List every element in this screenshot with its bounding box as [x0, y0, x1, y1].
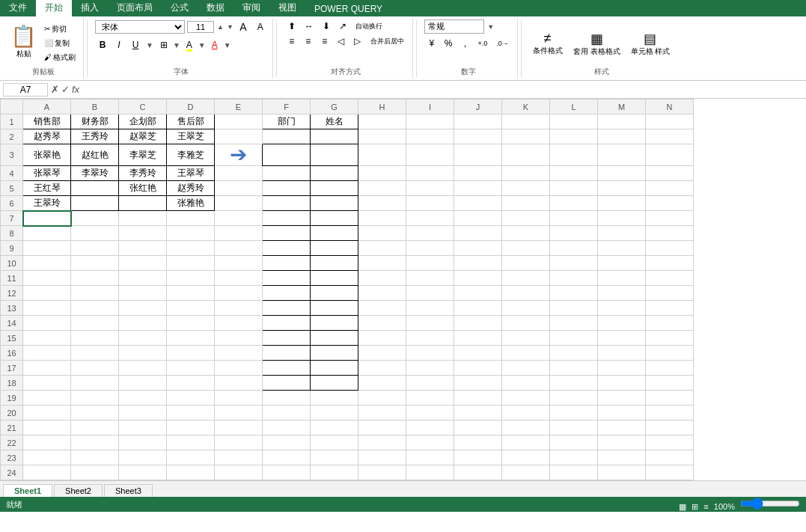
- cell-C21[interactable]: [119, 421, 167, 435]
- align-bottom-button[interactable]: ⬇: [319, 19, 334, 33]
- cell-L12[interactable]: [550, 286, 598, 301]
- cell-G24[interactable]: [311, 465, 358, 480]
- cell-F20[interactable]: [263, 406, 311, 421]
- cell-F4[interactable]: [263, 166, 311, 181]
- cell-L17[interactable]: [550, 361, 598, 376]
- cell-G18[interactable]: [311, 376, 358, 391]
- cell-I2[interactable]: [406, 129, 454, 144]
- cell-B13[interactable]: [71, 301, 119, 316]
- cell-D12[interactable]: [167, 286, 215, 301]
- cell-E11[interactable]: [215, 271, 263, 286]
- cell-G4[interactable]: [311, 166, 358, 181]
- cell-A15[interactable]: [23, 331, 71, 346]
- font-color-button[interactable]: A: [207, 38, 222, 52]
- cell-J23[interactable]: [454, 450, 502, 465]
- currency-button[interactable]: ¥: [424, 37, 439, 50]
- cell-F22[interactable]: [263, 435, 311, 450]
- cell-C20[interactable]: [119, 406, 167, 421]
- cell-J22[interactable]: [454, 435, 502, 450]
- page-break-view-button[interactable]: ≡: [703, 502, 708, 511]
- cell-L21[interactable]: [550, 421, 598, 435]
- cell-E2[interactable]: [215, 129, 263, 144]
- conditional-format-button[interactable]: ≠ 条件格式: [529, 28, 567, 58]
- border-button[interactable]: ⊞: [156, 38, 171, 52]
- cell-B4[interactable]: 李翠玲: [71, 166, 119, 181]
- cell-B9[interactable]: [71, 241, 119, 256]
- cell-A17[interactable]: [23, 361, 71, 376]
- cell-J17[interactable]: [454, 361, 502, 376]
- cell-J9[interactable]: [454, 241, 502, 256]
- cell-E10[interactable]: [215, 256, 263, 271]
- cell-K6[interactable]: [502, 196, 550, 211]
- fill-color-button[interactable]: A: [182, 38, 197, 52]
- font-size-up-icon[interactable]: ▲: [217, 23, 224, 31]
- cell-K23[interactable]: [502, 450, 550, 465]
- cell-H1[interactable]: [358, 114, 406, 129]
- cell-N12[interactable]: [646, 286, 694, 301]
- row-num-13[interactable]: 13: [1, 301, 23, 316]
- cell-B14[interactable]: [71, 316, 119, 331]
- cell-F23[interactable]: [263, 450, 311, 465]
- cell-I10[interactable]: [406, 256, 454, 271]
- cell-N24[interactable]: [646, 465, 694, 480]
- cell-F19[interactable]: [263, 391, 311, 406]
- cell-E14[interactable]: [215, 316, 263, 331]
- cell-L24[interactable]: [550, 465, 598, 480]
- font-size-down-icon[interactable]: ▼: [227, 23, 233, 31]
- tab-power-query[interactable]: POWER QUERY: [305, 1, 391, 16]
- cell-N23[interactable]: [646, 450, 694, 465]
- cell-N14[interactable]: [646, 316, 694, 331]
- cell-G16[interactable]: [311, 346, 358, 361]
- cell-H22[interactable]: [358, 435, 406, 450]
- align-top-button[interactable]: ⬆: [284, 19, 299, 33]
- cell-D7[interactable]: [167, 211, 215, 226]
- cell-D3[interactable]: 李雅芝: [167, 144, 215, 166]
- cell-C19[interactable]: [119, 391, 167, 406]
- cell-F10[interactable]: [263, 256, 311, 271]
- cell-N15[interactable]: [646, 331, 694, 346]
- cell-K18[interactable]: [502, 376, 550, 391]
- cell-G19[interactable]: [311, 391, 358, 406]
- cell-G5[interactable]: [311, 181, 358, 196]
- cell-E16[interactable]: [215, 346, 263, 361]
- cell-D11[interactable]: [167, 271, 215, 286]
- grow-font-button[interactable]: A: [236, 19, 251, 34]
- cell-A13[interactable]: [23, 301, 71, 316]
- cell-L1[interactable]: [550, 114, 598, 129]
- cell-B22[interactable]: [71, 435, 119, 450]
- underline-dropdown[interactable]: ▼: [146, 41, 153, 49]
- cell-L6[interactable]: [550, 196, 598, 211]
- cell-F24[interactable]: [263, 465, 311, 480]
- row-num-7[interactable]: 7: [1, 211, 23, 226]
- row-num-10[interactable]: 10: [1, 256, 23, 271]
- cell-C13[interactable]: [119, 301, 167, 316]
- formula-input[interactable]: [82, 84, 803, 96]
- tab-formulas[interactable]: 公式: [162, 0, 198, 16]
- cell-E24[interactable]: [215, 465, 263, 480]
- cell-A22[interactable]: [23, 435, 71, 450]
- cell-B12[interactable]: [71, 286, 119, 301]
- row-num-17[interactable]: 17: [1, 361, 23, 376]
- row-num-23[interactable]: 23: [1, 450, 23, 465]
- cell-A21[interactable]: [23, 421, 71, 435]
- cell-H7[interactable]: [358, 211, 406, 226]
- cell-F3[interactable]: [263, 144, 311, 166]
- cell-B11[interactable]: [71, 271, 119, 286]
- bold-button[interactable]: B: [95, 38, 110, 52]
- percent-button[interactable]: %: [441, 37, 457, 50]
- cell-C15[interactable]: [119, 331, 167, 346]
- cell-F8[interactable]: [263, 226, 311, 241]
- decimal-inc-button[interactable]: +.0: [474, 38, 492, 49]
- cell-I1[interactable]: [406, 114, 454, 129]
- cell-I11[interactable]: [406, 271, 454, 286]
- cell-G8[interactable]: [311, 226, 358, 241]
- cell-H20[interactable]: [358, 406, 406, 421]
- cell-M20[interactable]: [598, 406, 646, 421]
- cell-B17[interactable]: [71, 361, 119, 376]
- cell-J2[interactable]: [454, 129, 502, 144]
- cell-A23[interactable]: [23, 450, 71, 465]
- cell-L9[interactable]: [550, 241, 598, 256]
- cell-C3[interactable]: 李翠芝: [119, 144, 167, 166]
- cell-F18[interactable]: [263, 376, 311, 391]
- cell-J6[interactable]: [454, 196, 502, 211]
